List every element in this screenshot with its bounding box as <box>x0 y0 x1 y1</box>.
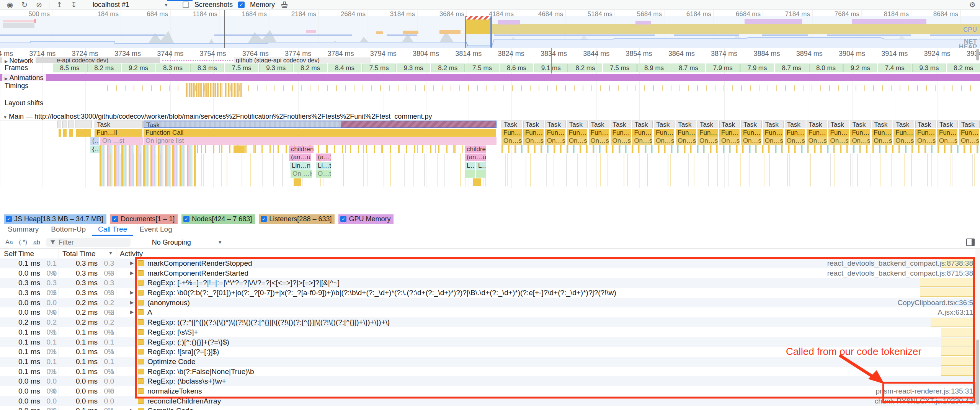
activity-name[interactable]: A <box>147 307 152 317</box>
save-profile-icon[interactable]: ↧ <box>69 0 78 10</box>
flame-ignore-list[interactable]: On…st <box>828 137 849 145</box>
activity-source-link[interactable]: react_devtools_backend_compact.js:8738:3… <box>827 258 973 268</box>
track-header-main[interactable]: ▼Main — http://localhost:3000/github/cod… <box>0 113 980 121</box>
flame-block[interactable]: Lin…nt <box>290 162 310 170</box>
screenshots-checkbox[interactable] <box>183 2 189 8</box>
table-row[interactable]: 0.0 ms0.0 %0.1 ms0.1 %▶Compile Code <box>0 406 980 410</box>
flame-function-call[interactable]: Fun… <box>959 129 980 137</box>
activity-source-link[interactable]: A.jsx:63:11 <box>938 307 973 317</box>
flame-block[interactable] <box>473 178 481 186</box>
activity-name[interactable]: reconcileChildrenArray <box>147 396 221 406</box>
heaviest-stack-toggle-icon[interactable] <box>966 238 975 246</box>
activity-source-link[interactable]: CopyClipboard.tsx:36:5 <box>898 298 973 308</box>
flame-ignore-list[interactable]: On…st <box>697 137 718 145</box>
frame-cell[interactable]: 8.2 ms <box>87 64 121 72</box>
flame-task[interactable]: Task <box>850 121 871 128</box>
flame-function-call[interactable]: Fun… <box>872 129 892 137</box>
column-total-time[interactable]: Total Time <box>62 250 96 258</box>
frame-cell[interactable]: 8.2 ms <box>947 64 980 72</box>
activity-name[interactable]: RegExp: (\bclass\s+)\w+ <box>147 376 226 386</box>
flame-function-call[interactable] <box>76 129 91 137</box>
tracks-scrollbar[interactable] <box>976 49 979 60</box>
flame-task[interactable] <box>57 121 61 128</box>
frame-cell[interactable]: 7.4 ms <box>878 64 911 72</box>
flame-task[interactable]: Task <box>545 121 566 128</box>
flame-block[interactable]: L… <box>465 162 475 170</box>
flame-function-call[interactable]: Fun… <box>632 129 653 137</box>
expand-arrow-icon[interactable]: ▶ <box>130 307 134 317</box>
frame-cell[interactable]: 8.6 ms <box>500 64 533 72</box>
activity-name[interactable]: RegExp: \b0(?:b(?:_?[01])+|o(?:_?[0-7])+… <box>147 288 616 298</box>
flame-ignore-list[interactable]: On…st <box>611 137 631 145</box>
flame-function-call[interactable]: Fun… <box>654 129 675 137</box>
flame-task[interactable]: Task <box>697 121 718 128</box>
flame-task[interactable]: Task <box>632 121 653 128</box>
flame-ignore-list[interactable]: On…st <box>567 137 588 145</box>
flame-task[interactable]: Task <box>611 121 631 128</box>
flame-task[interactable]: Task <box>828 121 849 128</box>
clear-icon[interactable]: ⊘ <box>34 0 44 10</box>
flame-function-call[interactable]: Function Call <box>144 129 497 137</box>
flame-ignore-list[interactable]: On …st <box>100 137 143 145</box>
table-row[interactable]: 0.0 ms0.0 %0.0 ms0.0 %RegExp: (\bclass\s… <box>0 376 980 386</box>
flame-ignore-list[interactable]: On…st <box>807 137 827 145</box>
table-row[interactable]: 0.0 ms0.0 %0.0 ms0.0 %reconcileChildrenA… <box>0 396 980 406</box>
track-header-animations[interactable]: ▶Animations <box>2 74 46 82</box>
flame-task[interactable]: Task <box>501 121 522 128</box>
frame-cell[interactable]: 9.2 ms <box>122 64 155 72</box>
expand-arrow-icon[interactable]: ▶ <box>130 268 134 278</box>
flame-task[interactable]: Task <box>654 121 675 128</box>
flame-task[interactable]: Task <box>95 121 143 128</box>
table-row[interactable]: 0.0 ms0.0 %0.2 ms0.2 %▶(anonymous)CopyCl… <box>0 298 980 308</box>
flame-function-call[interactable]: Fun… <box>501 129 522 137</box>
activity-name[interactable]: RegExp: (:)[^:(){}]+(?=\}$) <box>147 337 229 347</box>
flame-anonymous[interactable]: (an…us) <box>289 154 311 161</box>
record-icon[interactable]: ◉ <box>5 0 15 10</box>
filter-input[interactable]: Filter <box>46 238 131 247</box>
flame-function-call[interactable]: Fun… <box>915 129 936 137</box>
flame-task-selected[interactable]: Task <box>144 121 497 128</box>
track-header-layout-shifts[interactable]: Layout shifts <box>2 99 46 107</box>
match-case-icon[interactable]: Aa <box>5 239 13 246</box>
grouping-select[interactable]: No Grouping ▼ <box>152 238 222 247</box>
activity-name[interactable]: markComponentRenderStarted <box>147 268 248 278</box>
flame-task[interactable]: Task <box>893 121 914 128</box>
legend-checkbox[interactable]: ✓ <box>6 216 12 222</box>
frame-cell[interactable]: 7.9 ms <box>740 64 774 72</box>
frame-cell[interactable]: 8.9 ms <box>637 64 671 72</box>
history-select[interactable]: localhost #1 ▼ <box>90 1 172 9</box>
flame-function-call[interactable]: Fun… <box>567 129 588 137</box>
flame-anonymous[interactable]: (… <box>90 137 99 145</box>
flame-function-call[interactable]: Fun… <box>741 129 762 137</box>
table-row[interactable]: 0.3 ms0.3 %0.3 ms0.3 %▶RegExp: \b0(?:b(?… <box>0 288 980 298</box>
track-header-network[interactable]: ▶Network <box>2 57 36 65</box>
flame-task[interactable]: Task <box>676 121 696 128</box>
frame-cell[interactable]: 9.3 ms <box>397 64 430 72</box>
flame-task[interactable]: Task <box>589 121 609 128</box>
flame-function-call[interactable]: Fun… <box>828 129 849 137</box>
timeline-tracks[interactable]: 3704 ms3714 ms3724 ms3734 ms3744 ms3754 … <box>0 48 980 213</box>
flame-function-call[interactable] <box>69 129 74 137</box>
frame-cell[interactable]: 7.5 ms <box>225 64 258 72</box>
flame-ignore-list[interactable]: On…st <box>654 137 675 145</box>
activity-name[interactable]: RegExp: [-+%=]=?|!=|:=|\*\*?=?|\/\/?=?|<… <box>147 278 340 288</box>
flame-ignore-list[interactable]: On…st <box>589 137 609 145</box>
flame-function-call[interactable]: Fun… <box>937 129 958 137</box>
track-header-frames[interactable]: Frames <box>2 64 30 72</box>
table-row[interactable]: 0.1 ms0.1 %0.3 ms0.3 %▶markComponentRend… <box>0 258 980 268</box>
main-flame-chart[interactable]: Task Task Fun…ll Function Call (… On …st… <box>0 121 980 188</box>
flame-block[interactable] <box>476 170 486 178</box>
flame-task[interactable]: Task <box>807 121 827 128</box>
flame-block[interactable]: L…t <box>476 162 486 170</box>
flame-ignore-list[interactable]: On…st <box>523 137 544 145</box>
frame-cell[interactable]: 7.9 ms <box>706 64 740 72</box>
table-row[interactable]: 0.3 ms0.3 %0.3 ms0.3 %RegExp: [-+%=]=?|!… <box>0 278 980 288</box>
flame-block[interactable]: O…t <box>316 170 331 178</box>
tab-call-tree[interactable]: Call Tree <box>92 224 133 236</box>
activity-name[interactable]: markComponentRenderStopped <box>147 258 252 268</box>
flame-ignore-list[interactable]: On…st <box>959 137 980 145</box>
flame-anonymous[interactable]: (a…) <box>316 154 331 161</box>
flame-ignore-list[interactable]: On…st <box>915 137 936 145</box>
flame-task[interactable] <box>62 121 67 128</box>
flame-function-call[interactable]: Fun…ll <box>95 129 143 137</box>
